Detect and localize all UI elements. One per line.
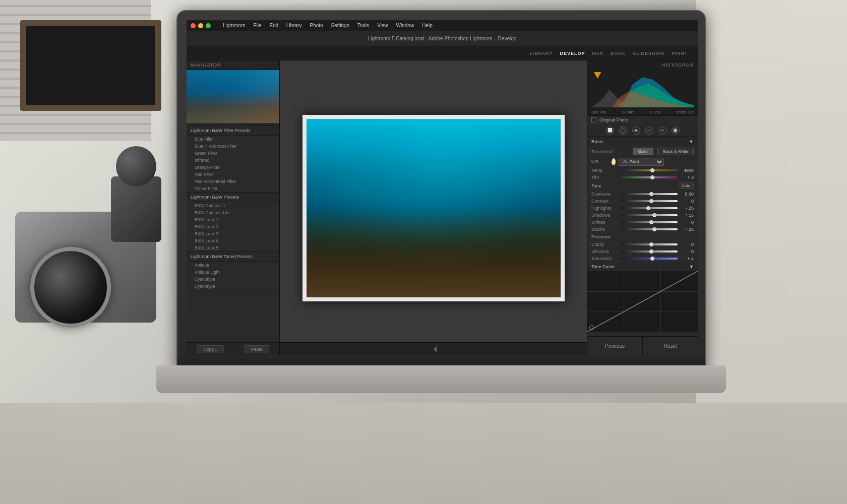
original-photo-checkbox[interactable]	[591, 117, 596, 122]
clarity-slider[interactable]	[621, 243, 678, 245]
navigator-thumb-overlay	[187, 70, 279, 123]
preset-section-bw-toned-header[interactable]: Lightroom B&W Toned Presets	[187, 252, 279, 262]
red-eye-tool[interactable]: ◉	[632, 127, 640, 135]
reset-button[interactable]: Reset	[643, 337, 698, 355]
left-panel: Navigator Lightroom B&W Filter Presets	[187, 60, 280, 355]
module-map[interactable]: MAP	[592, 51, 603, 56]
exposure-thumb[interactable]	[649, 192, 653, 196]
bw-filter-label: Lightroom B&W Filter Presets	[191, 128, 251, 133]
saturation-slider[interactable]	[621, 258, 678, 260]
temp-slider[interactable]	[621, 169, 678, 171]
preset-cyanotype[interactable]: Cyanotype	[187, 276, 279, 283]
histogram-section: Histogram	[587, 60, 698, 116]
preset-orange-filter[interactable]: Orange Filter	[187, 164, 279, 171]
contrast-thumb[interactable]	[649, 199, 653, 203]
menu-library[interactable]: Library	[286, 23, 302, 28]
module-book[interactable]: BOOK	[611, 51, 626, 56]
menu-lightroom[interactable]: Lightroom	[223, 23, 245, 28]
spot-removal-tool[interactable]: ◯	[619, 127, 627, 135]
close-button[interactable]	[191, 23, 196, 28]
exposure-label: Exposure	[591, 192, 619, 197]
menu-file[interactable]: File	[253, 23, 261, 28]
vibrance-slider-row: Vibrance 0	[587, 248, 698, 255]
preset-blue-hi-contrast[interactable]: Blue Hi-Contrast Filter	[187, 143, 279, 150]
preset-bw-look4[interactable]: B&W Look 4	[187, 237, 279, 244]
preset-bw-contrast-lite[interactable]: B&W Contrast Lite	[187, 209, 279, 216]
preset-bw-look2[interactable]: B&W Look 2	[187, 223, 279, 230]
highlights-slider[interactable]	[621, 207, 678, 209]
contrast-slider[interactable]	[621, 200, 678, 202]
toolbar-arrow-icon[interactable]	[431, 346, 437, 352]
shadows-slider[interactable]	[621, 214, 678, 216]
preset-infrared[interactable]: Infrared	[187, 157, 279, 164]
histogram-svg	[591, 70, 694, 107]
module-develop[interactable]: DEVELOP	[560, 51, 585, 56]
blacks-slider[interactable]	[621, 228, 678, 230]
color-treatment-button[interactable]: Color	[633, 148, 653, 155]
vibrance-slider[interactable]	[621, 250, 678, 253]
preset-yellow-filter[interactable]: Yellow Filter	[187, 185, 279, 192]
saturation-thumb[interactable]	[650, 257, 654, 261]
preset-section-bw-filter-header[interactable]: Lightroom B&W Filter Presets	[187, 126, 279, 136]
module-slideshow[interactable]: SLIDESHOW	[633, 51, 664, 56]
whites-thumb[interactable]	[649, 220, 653, 224]
blacks-slider-row: Blacks + 25	[587, 226, 698, 233]
preset-red-filter[interactable]: Red Filter	[187, 171, 279, 178]
shadows-thumb[interactable]	[652, 213, 656, 217]
rocks-overlay	[307, 208, 561, 297]
laptop: Lightroom File Edit Library Photo Settin…	[176, 10, 706, 393]
menu-edit[interactable]: Edit	[270, 23, 278, 28]
blacks-thumb[interactable]	[652, 227, 656, 231]
menubar: Lightroom File Edit Library Photo Settin…	[187, 20, 698, 31]
previous-button[interactable]: Previous	[587, 337, 643, 355]
preset-bw-look1[interactable]: B&W Look 1	[187, 216, 279, 223]
basic-panel-header[interactable]: Basic ▼	[587, 137, 698, 146]
crop-tool[interactable]: ⬜	[606, 127, 614, 135]
preset-cyanotype2[interactable]: Cyanotype	[187, 283, 279, 290]
preset-bw-look5[interactable]: B&W Look 5	[187, 244, 279, 251]
basic-panel-title: Basic	[591, 139, 604, 144]
menu-help[interactable]: Help	[422, 23, 433, 28]
vibrance-thumb[interactable]	[649, 249, 653, 254]
main-content: Navigator Lightroom B&W Filter Presets	[187, 60, 698, 355]
bw-treatment-button[interactable]: Black & White	[657, 148, 694, 155]
tint-thumb[interactable]	[650, 175, 654, 179]
preset-blue-filter[interactable]: Blue Filter	[187, 136, 279, 143]
menu-window[interactable]: Window	[396, 23, 414, 28]
preset-section-bw-header[interactable]: Lightroom B&W Presets	[187, 193, 279, 202]
preset-bw-contrast1[interactable]: B&W Contrast 1	[187, 202, 279, 209]
adjustment-brush-tool[interactable]: ⬤	[672, 127, 680, 135]
clarity-thumb[interactable]	[649, 242, 653, 246]
menu-tools[interactable]: Tools	[357, 23, 369, 28]
minimize-button[interactable]	[198, 23, 203, 28]
menu-view[interactable]: View	[377, 23, 388, 28]
clarity-slider-row: Clarity 0	[587, 241, 698, 248]
module-print[interactable]: PRINT	[672, 51, 688, 56]
highlights-thumb[interactable]	[646, 206, 650, 210]
eyedropper-icon[interactable]	[612, 158, 616, 165]
preset-green-filter[interactable]: Green Filter	[187, 150, 279, 157]
tone-curve-title: Tone Curve	[591, 264, 615, 269]
paste-button[interactable]: Paste	[245, 345, 269, 353]
original-photo-row: Original Photo	[587, 116, 698, 124]
menu-photo[interactable]: Photo	[310, 23, 323, 28]
menu-settings[interactable]: Settings	[331, 23, 349, 28]
preset-antique[interactable]: Antique	[187, 262, 279, 269]
copy-button[interactable]: Copy...	[197, 345, 224, 353]
tone-curve-header[interactable]: Tone Curve ▼	[587, 262, 698, 271]
module-library[interactable]: LIBRARY	[530, 51, 553, 56]
temp-thumb[interactable]	[650, 168, 654, 172]
graduated-filter-tool[interactable]: ▭	[645, 127, 653, 135]
exposure-slider[interactable]	[621, 193, 678, 195]
auto-tone-button[interactable]: Auto	[679, 182, 694, 189]
preset-bw-look3[interactable]: B&W Look 3	[187, 230, 279, 237]
tone-curve-svg	[587, 271, 698, 332]
whites-slider[interactable]	[621, 221, 678, 223]
tint-slider[interactable]	[621, 176, 678, 178]
wb-select[interactable]: As ShotAutoDaylightCloudyShadeTungstenFl…	[619, 158, 664, 166]
histogram-meta: ISO 200 23 mm f / 2.8 1/239 sec	[591, 110, 694, 114]
radial-filter-tool[interactable]: ◎	[658, 127, 667, 135]
preset-red-hi-contrast[interactable]: Red Hi-Contrast Filter	[187, 178, 279, 185]
preset-antique-light[interactable]: Antique Light	[187, 269, 279, 276]
maximize-button[interactable]	[206, 23, 211, 28]
